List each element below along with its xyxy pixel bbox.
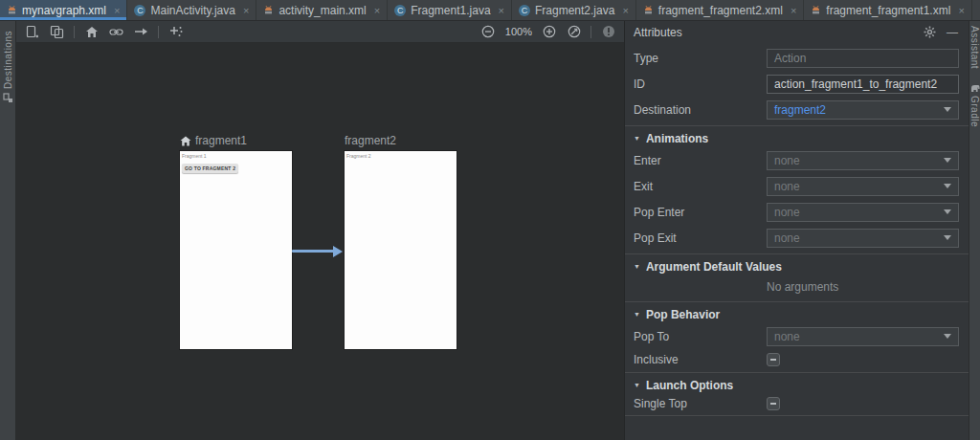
auto-arrange-icon[interactable] xyxy=(167,24,184,40)
pop-behavior-section-title: Pop Behavior xyxy=(646,308,720,321)
gear-icon[interactable] xyxy=(922,25,937,40)
close-icon[interactable]: × xyxy=(114,5,120,16)
fragment1-header: fragment1 xyxy=(180,133,292,148)
no-arguments-row: No arguments xyxy=(625,275,969,298)
pop-enter-dropdown[interactable]: none xyxy=(767,203,959,222)
enter-label: Enter xyxy=(634,154,767,167)
inclusive-label: Inclusive xyxy=(634,353,767,366)
inclusive-checkbox[interactable] xyxy=(767,353,780,366)
arguments-section-header[interactable]: ▼ Argument Default Values xyxy=(625,257,969,275)
type-label: Type xyxy=(634,52,767,65)
single-top-checkbox[interactable] xyxy=(767,397,780,410)
no-arguments-text: No arguments xyxy=(767,280,838,294)
tab-label: fragment_fragment2.xml xyxy=(658,4,783,17)
section-divider xyxy=(625,253,969,254)
zoom-level: 100% xyxy=(505,26,532,37)
pop-to-label: Pop To xyxy=(634,330,767,343)
chevron-down-icon xyxy=(944,334,951,339)
tab-fragment1-java[interactable]: C Fragment1.java × xyxy=(388,0,512,20)
fragment1-preview-title: Fragment 1 xyxy=(180,151,292,159)
id-field[interactable]: action_fragment1_to_fragment2 xyxy=(767,75,959,94)
collapse-triangle-icon: ▼ xyxy=(634,263,640,270)
assistant-tool-button[interactable]: Assistant xyxy=(969,26,980,69)
close-icon[interactable]: × xyxy=(958,5,964,16)
chevron-down-icon xyxy=(944,209,951,214)
tab-activity-main-xml[interactable]: activity_main.xml × xyxy=(256,0,388,20)
launch-options-section-title: Launch Options xyxy=(646,379,733,392)
section-divider xyxy=(625,125,969,126)
pop-to-row: Pop To none xyxy=(625,323,969,349)
issues-panel-button[interactable] xyxy=(600,24,616,40)
zoom-out-button[interactable] xyxy=(480,24,497,40)
pop-to-value: none xyxy=(774,330,800,343)
close-icon[interactable]: × xyxy=(791,5,796,16)
pop-exit-label: Pop Exit xyxy=(634,231,767,245)
tab-label: activity_main.xml xyxy=(278,4,366,17)
destinations-icon[interactable] xyxy=(3,93,13,103)
fragment2-preview[interactable]: Fragment 2 xyxy=(345,151,457,349)
destination-dropdown[interactable]: fragment2 xyxy=(767,100,959,120)
nested-graph-icon[interactable] xyxy=(49,24,65,40)
android-file-icon xyxy=(263,5,274,15)
type-row: Type Action xyxy=(625,45,969,71)
close-icon[interactable]: × xyxy=(374,5,380,16)
tab-label: mynavgraph.xml xyxy=(22,4,106,17)
android-file-icon xyxy=(643,5,654,15)
exit-dropdown[interactable]: none xyxy=(767,177,959,196)
hide-panel-icon[interactable]: — xyxy=(945,25,960,40)
tab-fragment-fragment2-xml[interactable]: fragment_fragment2.xml × xyxy=(636,0,805,20)
close-icon[interactable]: × xyxy=(622,5,628,16)
java-class-icon: C xyxy=(134,5,145,16)
fragment1-preview[interactable]: Fragment 1 GO TO FRAGMENT 2 xyxy=(180,151,292,349)
destination-fragment2[interactable]: fragment2 Fragment 2 xyxy=(345,133,457,349)
pop-enter-label: Pop Enter xyxy=(634,206,767,219)
tab-mainactivity-java[interactable]: C MainActivity.java × xyxy=(127,0,256,20)
toolbar-separator xyxy=(590,26,591,38)
tab-mynavgraph-xml[interactable]: mynavgraph.xml × xyxy=(0,0,127,20)
exit-value: none xyxy=(774,180,800,193)
action-fragment1-to-fragment2-arrow[interactable] xyxy=(292,250,334,253)
new-destination-icon[interactable] xyxy=(24,24,40,40)
nav-graph-canvas[interactable]: fragment1 Fragment 1 GO TO FRAGMENT 2 fr… xyxy=(16,43,624,440)
exit-row: Exit none xyxy=(625,173,969,199)
pop-exit-value: none xyxy=(774,231,800,245)
zoom-in-button[interactable] xyxy=(541,24,557,40)
destinations-tool-button[interactable]: Destinations xyxy=(3,31,13,89)
toolbar-separator xyxy=(74,26,75,38)
animations-section-header[interactable]: ▼ Animations xyxy=(625,129,969,147)
close-icon[interactable]: × xyxy=(499,5,504,16)
id-label: ID xyxy=(634,77,767,91)
enter-dropdown[interactable]: none xyxy=(767,151,959,170)
tab-fragment2-java[interactable]: C Fragment2.java × xyxy=(512,0,636,20)
chevron-down-icon xyxy=(944,235,951,240)
gradle-tool-button[interactable]: Gradle xyxy=(969,96,980,127)
deep-link-icon[interactable] xyxy=(108,24,124,40)
pop-enter-row: Pop Enter none xyxy=(625,199,969,225)
tab-label: Fragment1.java xyxy=(411,4,490,17)
launch-options-section-header[interactable]: ▼ Launch Options xyxy=(625,376,969,394)
tab-fragment-fragment1-xml[interactable]: fragment_fragment1.xml × xyxy=(804,0,972,20)
destination-fragment1[interactable]: fragment1 Fragment 1 GO TO FRAGMENT 2 xyxy=(180,133,292,349)
android-file-icon xyxy=(811,5,821,15)
pop-to-dropdown[interactable]: none xyxy=(767,327,959,346)
collapse-triangle-icon: ▼ xyxy=(634,135,640,142)
editor-tab-bar: mynavgraph.xml × C MainActivity.java × a… xyxy=(0,0,980,21)
attributes-panel-title: Attributes xyxy=(634,26,914,39)
pop-exit-row: Pop Exit none xyxy=(625,225,969,251)
assign-start-destination-icon[interactable] xyxy=(83,24,100,40)
pop-exit-dropdown[interactable]: none xyxy=(767,229,959,248)
animations-section-title: Animations xyxy=(646,132,708,145)
action-arrow-icon[interactable] xyxy=(133,24,149,40)
zoom-to-fit-button[interactable] xyxy=(566,24,582,40)
left-tool-stripe: Destinations xyxy=(0,21,16,440)
pop-behavior-section-header[interactable]: ▼ Pop Behavior xyxy=(625,305,969,323)
attributes-panel: Attributes — Type Action ID action_fragm… xyxy=(624,21,969,440)
chevron-down-icon xyxy=(944,158,951,163)
close-icon[interactable]: × xyxy=(243,5,249,16)
toolbar-separator xyxy=(158,26,159,38)
gradle-elephant-icon[interactable] xyxy=(970,84,980,93)
inclusive-row: Inclusive xyxy=(625,349,969,369)
section-divider xyxy=(625,301,969,302)
section-divider xyxy=(625,372,969,373)
fragment1-name: fragment1 xyxy=(195,134,247,147)
